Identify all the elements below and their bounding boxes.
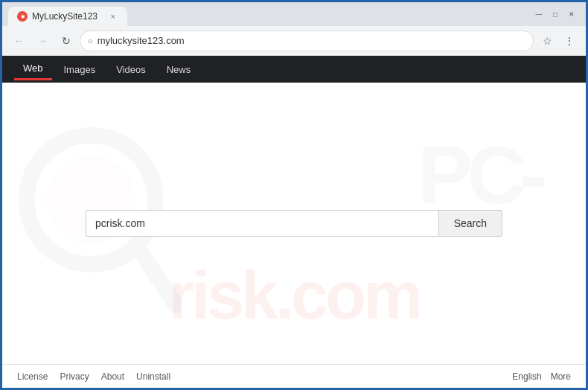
tab-videos[interactable]: Videos [107,60,155,80]
footer-right-links: English More [512,371,571,382]
tab-close-button[interactable]: × [108,10,118,22]
search-area: Search [2,210,586,237]
address-input[interactable] [98,35,525,46]
search-button[interactable]: Search [438,210,502,237]
tab-area: ★ MyLuckySite123 × [8,2,534,26]
pc-watermark-text: PC- [418,127,541,222]
nav-tabs-bar: Web Images Videos News [2,56,586,83]
page-content: PC- risk.com Search [2,83,586,364]
toolbar: ← → ↻ ○ ☆ ⋮ [2,26,586,56]
privacy-link[interactable]: Privacy [60,371,89,382]
more-link[interactable]: More [551,371,571,382]
license-link[interactable]: License [17,371,48,382]
reload-button[interactable]: ↻ [56,31,77,51]
bookmark-button[interactable]: ☆ [537,31,557,51]
about-link[interactable]: About [101,371,124,382]
titlebar: ★ MyLuckySite123 × [2,2,586,26]
tab-images[interactable]: Images [55,60,105,80]
browser-window: ★ MyLuckySite123 × ← → ↻ ○ ☆ ⋮ Web Image… [2,2,586,388]
toolbar-right-controls: ☆ ⋮ [537,31,580,51]
close-button[interactable] [566,9,577,19]
back-button[interactable]: ← [8,31,29,51]
svg-line-1 [135,244,176,304]
forward-button[interactable]: → [32,31,53,51]
english-link[interactable]: English [512,371,541,382]
minimize-button[interactable] [534,9,544,19]
tab-web[interactable]: Web [14,58,52,80]
tab-favicon: ★ [17,11,28,22]
tab-title: MyLuckySite123 [32,11,103,22]
address-bar-container[interactable]: ○ [80,31,534,51]
maximize-button[interactable] [550,9,560,19]
page-footer: License Privacy About Uninstall English … [2,364,586,388]
search-row: Search [86,210,502,237]
lock-icon: ○ [88,36,93,45]
risk-watermark-text: risk.com [2,258,586,334]
active-tab[interactable]: ★ MyLuckySite123 × [8,7,127,26]
menu-button[interactable]: ⋮ [559,31,580,51]
search-input[interactable] [86,210,438,237]
window-controls [534,9,580,19]
svg-point-0 [27,135,156,264]
footer-left-links: License Privacy About Uninstall [17,371,170,382]
tab-news[interactable]: News [158,60,200,80]
uninstall-link[interactable]: Uninstall [136,371,170,382]
